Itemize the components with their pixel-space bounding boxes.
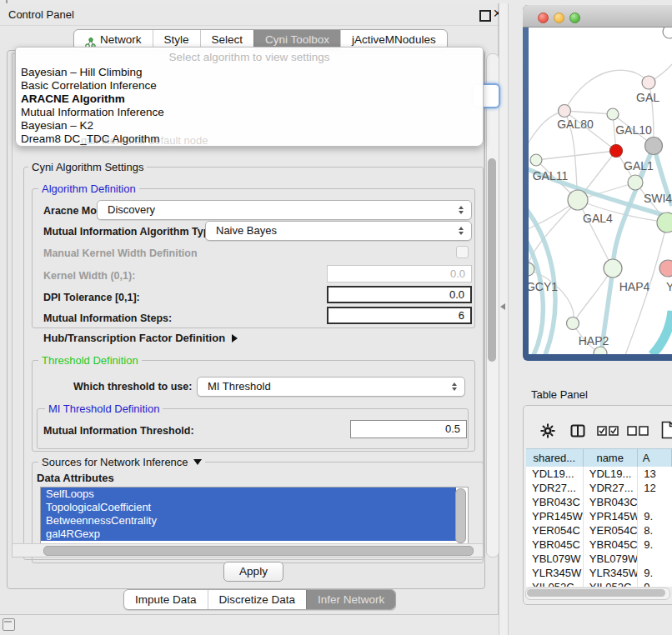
minimized-panel-icon[interactable] xyxy=(3,618,15,631)
network-node-unlabeled[interactable] xyxy=(594,347,607,354)
network-edge xyxy=(536,151,616,160)
manual-kernel-width-checkbox[interactable] xyxy=(456,246,469,258)
table-cell: YPR145W xyxy=(526,509,584,523)
close-traffic-light-icon[interactable] xyxy=(538,12,549,23)
algorithm-definition-legend: Algorithm Definition xyxy=(38,182,139,195)
mi-threshold-definition-legend: MI Threshold Definition xyxy=(45,402,163,415)
tab-infer-network[interactable]: Infer Network xyxy=(306,590,395,609)
table-panel-title: Table Panel xyxy=(531,388,588,401)
data-attribute-topologicalcoefficient[interactable]: TopologicalCoefficient xyxy=(41,501,456,514)
network-node-swi4[interactable] xyxy=(657,212,672,232)
mi-algorithm-type-select[interactable]: Naive Bayes xyxy=(205,221,472,241)
network-node-unlabeled[interactable] xyxy=(663,28,672,38)
mi-threshold-label: Mutual Information Threshold: xyxy=(43,425,194,437)
which-threshold-select[interactable]: MI Threshold xyxy=(197,377,465,397)
node-label-gcy1: GCY1 xyxy=(529,280,558,293)
table-row[interactable]: YER054CYER054C8. xyxy=(526,523,672,538)
table-hscrollbar-thumb[interactable] xyxy=(527,589,665,597)
network-node-gal80[interactable] xyxy=(559,105,571,118)
column-header-shared-[interactable]: shared... xyxy=(526,449,584,468)
table-cell: YBR043C xyxy=(584,495,638,509)
column-header-a[interactable]: A xyxy=(638,449,672,468)
network-node-unlabeled[interactable] xyxy=(610,145,623,158)
network-node-hap2[interactable] xyxy=(567,318,579,330)
algorithm-dropdown-overlay: Select algorithm to view settings Bayesi… xyxy=(15,47,484,147)
sources-legend[interactable]: Sources for Network Inference xyxy=(38,456,205,468)
manual-kernel-width-label: Manual Kernel Width Definition xyxy=(43,248,198,259)
table-row[interactable]: YBL079WYBL079W xyxy=(526,552,672,566)
table-cell: YBL079W xyxy=(526,552,584,566)
table-cell: 12 xyxy=(638,481,672,495)
cyni-algorithm-settings-legend: Cyni Algorithm Settings xyxy=(28,161,147,173)
gear-icon[interactable] xyxy=(540,423,555,438)
network-view-canvas[interactable]: GALGAL80GAL10GAL11GAL1GAL4SWI4GCY1HAP4YH… xyxy=(529,28,672,354)
table-row[interactable]: YPR145WYPR145W9. xyxy=(526,509,672,523)
application-root: Control Panel ✕ NetworkStyleSelectCyni T… xyxy=(0,0,672,635)
horizontal-scrollbar-thumb[interactable] xyxy=(43,546,474,556)
table-cell: 9. xyxy=(638,566,672,580)
table-row[interactable]: YBR045CYBR045C9. xyxy=(526,538,672,552)
network-node-y[interactable] xyxy=(659,260,672,277)
algorithm-option-aracne-algorithm[interactable]: ARACNE Algorithm xyxy=(19,92,479,106)
float-window-icon[interactable] xyxy=(479,10,491,22)
table-row[interactable]: YDR27...YDR27...12 xyxy=(526,481,672,495)
network-node-gal4[interactable] xyxy=(568,190,588,210)
table-cell: YBR045C xyxy=(584,538,638,552)
network-edge xyxy=(652,311,672,354)
tab-discretize-data[interactable]: Discretize Data xyxy=(208,590,307,609)
node-label-hap2: HAP2 xyxy=(579,334,609,348)
zoom-traffic-light-icon[interactable] xyxy=(569,12,580,23)
data-attributes-label: Data Attributes xyxy=(37,472,114,484)
network-node-gal1[interactable] xyxy=(628,175,643,190)
minimize-traffic-light-icon[interactable] xyxy=(554,12,564,23)
network-node-gcy1[interactable] xyxy=(529,262,534,276)
table-cell: YLR345W xyxy=(526,566,584,580)
checked-boxes-icon[interactable] xyxy=(597,426,619,436)
data-attribute-betweennesscentrality[interactable]: BetweennessCentrality xyxy=(41,514,456,528)
algorithm-option-bayesian-k2[interactable]: Bayesian – K2 xyxy=(19,119,479,132)
table-row[interactable]: YLR345WYLR345W9. xyxy=(526,566,672,580)
node-label-gal11: GAL11 xyxy=(533,169,569,182)
list-scrollbar[interactable] xyxy=(455,488,466,543)
dpi-tolerance-field[interactable]: 0.0 xyxy=(327,286,472,303)
network-node-hap4[interactable] xyxy=(604,259,622,278)
column-header-name[interactable]: name xyxy=(584,449,638,468)
network-edge xyxy=(601,146,654,354)
network-edge xyxy=(564,111,613,114)
bottom-tab-bar: Impute DataDiscretize DataInfer Network xyxy=(123,589,396,610)
kernel-width-label: Kernel Width (0,1): xyxy=(43,270,135,282)
data-attribute-selfloops[interactable]: SelfLoops xyxy=(41,488,456,501)
columns-icon[interactable] xyxy=(570,423,585,438)
table-row[interactable]: YDL19...YDL19...13 xyxy=(526,467,672,481)
apply-button[interactable]: Apply xyxy=(223,562,283,582)
mi-algorithm-type-value: Naive Bayes xyxy=(216,224,277,237)
network-node-gal11[interactable] xyxy=(530,154,542,166)
background-combobox-text: galFiltered.sif default node xyxy=(81,134,208,147)
splitter-collapse-icon[interactable] xyxy=(500,303,505,310)
hub-definition-expander[interactable]: Hub/Transcription Factor Definition xyxy=(43,332,238,344)
table-cell: 9. xyxy=(638,509,672,523)
data-attributes-list[interactable]: SelfLoopsTopologicalCoefficientBetweenne… xyxy=(40,487,469,545)
combo-arrows-icon xyxy=(459,206,464,214)
unchecked-boxes-icon[interactable] xyxy=(627,426,649,436)
data-attribute-gal4rgexp[interactable]: gal4RGexp xyxy=(41,528,456,541)
network-node-gal[interactable] xyxy=(642,76,655,89)
network-node-gal10[interactable] xyxy=(607,108,619,120)
table-row[interactable]: YIL052CYIL052C9 xyxy=(526,580,672,587)
vertical-scrollbar-thumb[interactable] xyxy=(488,158,496,362)
dpi-tolerance-label: DPI Tolerance [0,1]: xyxy=(43,292,140,303)
file-icon[interactable] xyxy=(661,421,672,439)
algorithm-option-basic-correlation-inference[interactable]: Basic Correlation Inference xyxy=(19,79,479,92)
algorithm-option-mutual-information-inference[interactable]: Mutual Information Inference xyxy=(19,106,479,119)
node-label-gal4: GAL4 xyxy=(583,212,613,225)
table-row[interactable]: YBR043CYBR043C xyxy=(526,495,672,509)
table-cell: YIL052C xyxy=(526,580,584,587)
algorithm-option-bayesian-hill-climbing[interactable]: Bayesian – Hill Climbing xyxy=(19,66,479,79)
mi-threshold-field[interactable]: 0.5 xyxy=(350,420,467,438)
aracne-mode-select[interactable]: Discovery xyxy=(97,200,472,220)
network-node-unlabeled[interactable] xyxy=(645,138,663,155)
threshold-definition-legend: Threshold Definition xyxy=(38,354,142,367)
table-cell: 13 xyxy=(638,467,672,481)
mi-steps-field[interactable]: 6 xyxy=(327,307,472,324)
tab-impute-data[interactable]: Impute Data xyxy=(124,590,208,609)
